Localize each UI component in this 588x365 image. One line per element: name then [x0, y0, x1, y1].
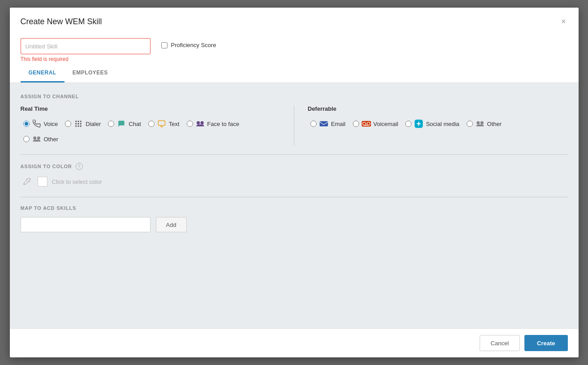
other-d-label: Other — [487, 121, 502, 127]
voicemail-label: Voicemail — [373, 121, 399, 127]
svg-point-12 — [33, 136, 36, 139]
email-icon — [319, 119, 329, 129]
modal-body: ASSIGN TO CHANNEL Real Time Voice — [10, 83, 579, 328]
svg-rect-9 — [158, 121, 165, 126]
radio-social[interactable] — [405, 121, 412, 127]
add-button[interactable]: Add — [156, 217, 187, 232]
svg-rect-6 — [76, 126, 77, 127]
help-icon[interactable]: ? — [76, 163, 83, 170]
radio-chat[interactable] — [108, 121, 114, 127]
other-rt-icon — [32, 134, 42, 144]
svg-rect-7 — [78, 126, 79, 127]
color-swatch[interactable] — [38, 177, 47, 187]
top-fields-area: This field is required Proficiency Score — [10, 34, 579, 64]
svg-point-11 — [200, 121, 203, 124]
other-rt-label: Other — [44, 136, 59, 143]
tabs-bar: GENERAL EMPLOYEES — [10, 64, 579, 83]
svg-rect-4 — [78, 123, 79, 125]
deferrable-title: Deferrable — [308, 105, 568, 112]
option-voicemail[interactable]: Voicemail — [350, 117, 401, 130]
radio-voicemail[interactable] — [353, 121, 359, 127]
deferrable-column: Deferrable Email — [308, 105, 568, 145]
channel-grid: Real Time Voice — [21, 105, 568, 145]
create-button[interactable]: Create — [524, 335, 567, 351]
phone-icon — [32, 119, 42, 129]
svg-point-10 — [197, 121, 200, 124]
paint-icon — [21, 175, 33, 188]
radio-other-d[interactable] — [467, 121, 473, 127]
radio-text[interactable] — [148, 121, 155, 127]
skill-name-input[interactable] — [21, 38, 150, 54]
radio-voice[interactable] — [23, 121, 30, 127]
real-time-options: Voice Dialer — [21, 117, 281, 145]
option-voice[interactable]: Voice — [21, 117, 61, 130]
option-other-rt[interactable]: Other — [21, 133, 61, 145]
assign-channel-label: ASSIGN TO CHANNEL — [21, 94, 568, 99]
modal-footer: Cancel Create — [10, 328, 579, 357]
svg-point-20 — [480, 121, 483, 124]
svg-rect-8 — [80, 126, 82, 127]
radio-face[interactable] — [187, 121, 193, 127]
color-label-row: ASSIGN TO COLOR ? — [21, 163, 568, 170]
option-face[interactable]: Face to face — [184, 117, 242, 130]
social-icon — [414, 119, 424, 129]
voicemail-icon — [361, 119, 371, 129]
option-email[interactable]: Email — [308, 117, 348, 130]
acd-section-label: MAP TO ACD SKILLS — [21, 205, 568, 211]
required-error: This field is required — [21, 56, 150, 62]
svg-rect-14 — [320, 121, 328, 126]
proficiency-checkbox[interactable] — [161, 42, 167, 48]
radio-other-rt[interactable] — [23, 136, 30, 142]
svg-rect-2 — [80, 121, 82, 122]
option-text[interactable]: Text — [146, 117, 182, 130]
dialer-label: Dialer — [86, 121, 101, 127]
option-chat[interactable]: Chat — [105, 117, 143, 130]
modal-header: Create New WEM Skill × — [10, 8, 579, 34]
proficiency-section: Proficiency Score — [161, 42, 216, 48]
modal-dialog: Create New WEM Skill × This field is req… — [10, 8, 579, 357]
text-label: Text — [169, 121, 180, 127]
cancel-button[interactable]: Cancel — [480, 335, 520, 351]
tab-general[interactable]: GENERAL — [21, 64, 64, 83]
real-time-title: Real Time — [21, 105, 281, 112]
svg-point-19 — [476, 121, 480, 124]
text-icon — [157, 119, 167, 129]
social-label: Social media — [426, 121, 459, 127]
dialer-icon — [73, 119, 83, 129]
chat-icon — [116, 119, 126, 129]
other-d-icon — [475, 119, 485, 129]
option-dialer[interactable]: Dialer — [62, 117, 103, 130]
color-picker-row: Click to select color — [21, 175, 568, 188]
divider-2 — [21, 197, 568, 197]
acd-row: Add — [21, 217, 568, 232]
modal-wrapper: Create New WEM Skill × This field is req… — [0, 0, 588, 365]
svg-rect-5 — [80, 123, 82, 125]
svg-rect-0 — [76, 121, 77, 122]
skill-name-section: This field is required — [21, 38, 150, 62]
color-section: ASSIGN TO COLOR ? Click to select color — [21, 163, 568, 188]
svg-rect-1 — [78, 121, 79, 122]
svg-rect-3 — [76, 123, 77, 125]
tab-employees[interactable]: EMPLOYEES — [64, 64, 116, 83]
divider-1 — [21, 154, 568, 155]
color-section-label: ASSIGN TO COLOR — [21, 164, 72, 169]
email-label: Email — [331, 121, 346, 127]
svg-rect-15 — [361, 121, 371, 126]
acd-input[interactable] — [21, 217, 150, 232]
chat-label: Chat — [129, 121, 141, 127]
option-social[interactable]: Social media — [403, 117, 462, 130]
modal-title: Create New WEM Skill — [21, 17, 102, 26]
real-time-column: Real Time Voice — [21, 105, 281, 145]
acd-section: MAP TO ACD SKILLS Add — [21, 205, 568, 232]
option-other-d[interactable]: Other — [464, 117, 505, 130]
channel-divider — [294, 105, 294, 145]
deferrable-options: Email Voicemail — [308, 117, 568, 130]
face-label: Face to face — [207, 121, 240, 127]
proficiency-label: Proficiency Score — [171, 42, 216, 48]
radio-dialer[interactable] — [65, 121, 71, 127]
close-button[interactable]: × — [559, 16, 568, 27]
color-click-label[interactable]: Click to select color — [52, 178, 102, 185]
face-icon — [195, 119, 205, 129]
radio-email[interactable] — [310, 121, 317, 127]
voice-label: Voice — [44, 121, 58, 127]
